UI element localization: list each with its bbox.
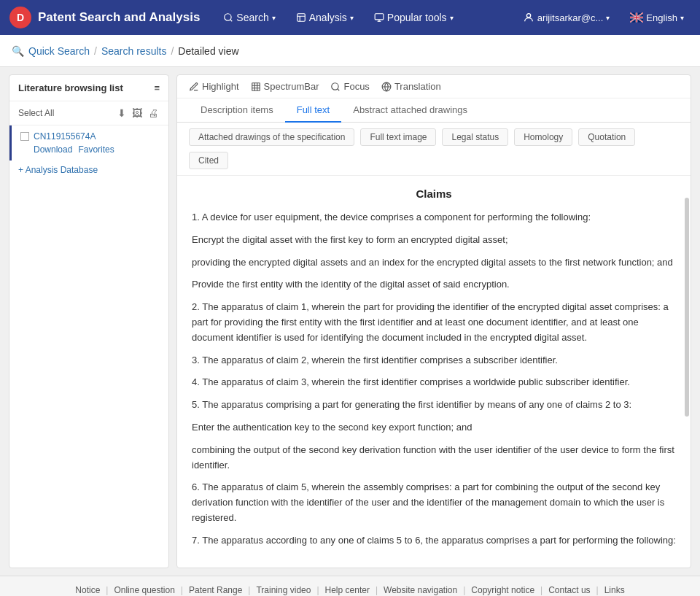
nav-popular-tools[interactable]: Popular tools ▾ <box>365 7 462 28</box>
claims-paragraph: 5. The apparatus comprising a part for g… <box>192 398 676 413</box>
claims-paragraph: 4. The apparatus of claim 3, wherein the… <box>192 375 676 390</box>
breadcrumb-sep-2: / <box>171 45 174 57</box>
footer-links: Notice|Online question|Patent Range|Trai… <box>0 585 700 595</box>
analysis-db-link[interactable]: + Analysis Database <box>9 160 168 179</box>
download-icon[interactable]: ⬇ <box>116 106 128 120</box>
top-navigation: D Patent Search and Analysis Search ▾ An… <box>0 0 700 35</box>
search-icon <box>223 12 233 23</box>
nav-items: Search ▾ Analysis ▾ Popular tools ▾ <box>214 7 516 28</box>
doc-content[interactable]: Claims 1. A device for user equipment, t… <box>177 176 691 568</box>
claims-paragraph: 6. The apparatus of claim 5, wherein the… <box>192 480 676 525</box>
sidebar-toolbar: Select All ⬇ 🖼 🖨 <box>9 101 168 125</box>
main-content: Literature browsing list ≡ Select All ⬇ … <box>0 67 700 576</box>
download-link[interactable]: Download <box>34 144 72 155</box>
popular-tools-chevron-icon: ▾ <box>450 14 454 22</box>
user-menu[interactable]: arijitsarkar@c... ▾ <box>516 7 618 28</box>
subtab-homology[interactable]: Homology <box>514 128 572 146</box>
translation-icon <box>381 82 392 92</box>
doc-subtabs: Attached drawings of the specification F… <box>177 123 691 176</box>
svg-point-8 <box>526 14 530 18</box>
nav-analysis[interactable]: Analysis ▾ <box>287 7 362 28</box>
patent-checkbox[interactable] <box>20 132 29 141</box>
subtab-cited[interactable]: Cited <box>189 152 228 169</box>
footer: Notice|Online question|Patent Range|Trai… <box>0 576 700 596</box>
footer-link[interactable]: Patent Range <box>183 585 248 595</box>
subtab-full-text-image[interactable]: Full text image <box>360 128 436 146</box>
breadcrumb-quick-search[interactable]: Quick Search <box>28 45 90 57</box>
sidebar: Literature browsing list ≡ Select All ⬇ … <box>9 74 169 568</box>
footer-link[interactable]: Website navigation <box>378 585 463 595</box>
user-chevron-icon: ▾ <box>606 14 610 22</box>
claims-body: 1. A device for user equipment, the devi… <box>192 210 676 549</box>
image-icon[interactable]: 🖼 <box>131 106 144 120</box>
doc-tabs: Description items Full text Abstract att… <box>177 98 691 123</box>
claims-paragraph: 1. A device for user equipment, the devi… <box>192 210 676 225</box>
highlight-tool[interactable]: Highlight <box>189 81 239 92</box>
svg-point-19 <box>332 82 338 89</box>
svg-line-20 <box>338 88 340 90</box>
spectrum-bar-tool[interactable]: SpectrumBar <box>251 81 319 92</box>
footer-link[interactable]: Links <box>599 585 631 595</box>
footer-link[interactable]: Training video <box>250 585 316 595</box>
svg-line-3 <box>230 20 233 22</box>
breadcrumb-search-results[interactable]: Search results <box>101 45 166 57</box>
search-chevron-icon: ▾ <box>272 14 276 22</box>
subtab-quotation[interactable]: Quotation <box>578 128 635 146</box>
select-all-label[interactable]: Select All <box>18 108 110 118</box>
claims-paragraph: Encrypt the digital asset with the first… <box>192 233 676 248</box>
translation-tool[interactable]: Translation <box>381 81 441 92</box>
tab-abstract-drawings[interactable]: Abstract attached drawings <box>341 98 479 123</box>
claims-paragraph: 7. The apparatus according to any one of… <box>192 533 676 549</box>
subtab-attached-drawings[interactable]: Attached drawings of the specification <box>189 128 354 146</box>
tab-description-items[interactable]: Description items <box>189 98 285 123</box>
analysis-chevron-icon: ▾ <box>350 14 354 22</box>
sidebar-menu-icon[interactable]: ≡ <box>154 82 160 93</box>
claims-paragraph: providing the encrypted digital assets a… <box>192 255 676 271</box>
footer-link[interactable]: Online question <box>108 585 180 595</box>
claims-paragraph: combining the output of the second key d… <box>192 443 676 473</box>
svg-point-2 <box>225 14 231 20</box>
favorites-link[interactable]: Favorites <box>78 144 114 155</box>
app-title: Patent Search and Analysis <box>38 10 200 25</box>
highlight-icon <box>189 82 199 92</box>
print-icon[interactable]: 🖨 <box>147 106 160 120</box>
breadcrumb-sep-1: / <box>94 45 97 57</box>
patent-number-row: CN119155674A <box>20 131 160 142</box>
tab-full-text[interactable]: Full text <box>285 98 342 123</box>
footer-link[interactable]: Copyright notice <box>465 585 540 595</box>
breadcrumb: 🔍 Quick Search / Search results / Detail… <box>12 45 239 57</box>
logo-area: D Patent Search and Analysis <box>9 6 200 29</box>
svg-rect-4 <box>297 14 305 22</box>
language-menu[interactable]: English ▾ <box>623 8 691 28</box>
document-viewer: Highlight SpectrumBar Focus Translation … <box>176 74 691 568</box>
user-icon <box>523 12 534 23</box>
scrollbar[interactable] <box>685 198 689 417</box>
doc-toolbar: Highlight SpectrumBar Focus Translation <box>177 75 691 98</box>
app-logo-icon: D <box>9 6 32 29</box>
globe-icon <box>630 12 643 23</box>
subtab-legal-status[interactable]: Legal status <box>442 128 508 146</box>
svg-rect-5 <box>375 14 384 20</box>
breadcrumb-detailed-view: Detailed view <box>178 45 238 57</box>
patent-number-text[interactable]: CN119155674A <box>34 131 96 142</box>
spectrum-icon <box>251 82 261 92</box>
svg-rect-18 <box>252 82 260 90</box>
sidebar-header: Literature browsing list ≡ <box>9 75 168 101</box>
claims-paragraph: Provide the first entity with the identi… <box>192 277 676 293</box>
footer-link[interactable]: Help center <box>319 585 376 595</box>
monitor-icon <box>374 12 384 23</box>
sidebar-title: Literature browsing list <box>18 82 123 93</box>
patent-actions: Download Favorites <box>20 144 160 155</box>
sidebar-action-icons: ⬇ 🖼 🖨 <box>116 106 160 120</box>
claims-paragraph: Enter the authentication key to the seco… <box>192 420 676 436</box>
claims-paragraph: 2. The apparatus of claim 1, wherein the… <box>192 300 676 345</box>
focus-icon <box>330 82 341 92</box>
patent-item: CN119155674A Download Favorites <box>9 125 168 160</box>
svg-rect-17 <box>637 13 637 23</box>
svg-text:D: D <box>17 12 24 23</box>
footer-link[interactable]: Contact us <box>542 585 596 595</box>
focus-tool[interactable]: Focus <box>330 81 369 92</box>
lang-chevron-icon: ▾ <box>680 14 684 22</box>
footer-link[interactable]: Notice <box>69 585 106 595</box>
nav-search[interactable]: Search ▾ <box>214 7 284 28</box>
